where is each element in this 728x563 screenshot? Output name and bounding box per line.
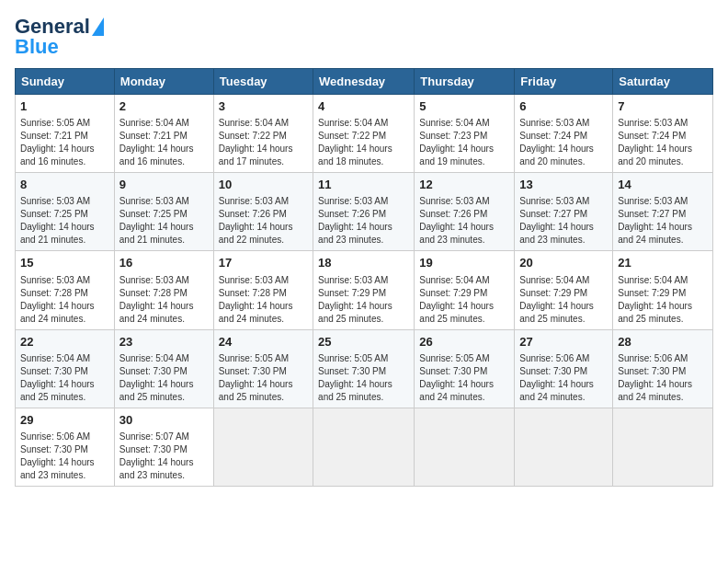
day-info: Sunrise: 5:06 AMSunset: 7:30 PMDaylight:… xyxy=(618,353,692,402)
day-number: 14 xyxy=(618,177,708,193)
day-info: Sunrise: 5:04 AMSunset: 7:29 PMDaylight:… xyxy=(618,275,692,324)
day-number: 16 xyxy=(119,255,209,271)
calendar-cell: 18Sunrise: 5:03 AMSunset: 7:29 PMDayligh… xyxy=(313,251,415,329)
calendar-cell: 24Sunrise: 5:05 AMSunset: 7:30 PMDayligh… xyxy=(213,329,313,408)
day-number: 8 xyxy=(20,177,109,193)
header-sunday: Sunday xyxy=(16,69,115,95)
calendar-cell: 29Sunrise: 5:06 AMSunset: 7:30 PMDayligh… xyxy=(16,408,115,486)
day-info: Sunrise: 5:04 AMSunset: 7:22 PMDaylight:… xyxy=(219,118,293,167)
day-number: 24 xyxy=(219,334,308,350)
day-info: Sunrise: 5:04 AMSunset: 7:21 PMDaylight:… xyxy=(119,118,194,167)
calendar-cell: 6Sunrise: 5:03 AMSunset: 7:24 PMDaylight… xyxy=(515,95,613,173)
day-number: 27 xyxy=(519,334,608,350)
day-number: 19 xyxy=(419,255,509,271)
calendar-cell xyxy=(613,408,713,486)
calendar-cell: 7Sunrise: 5:03 AMSunset: 7:24 PMDaylight… xyxy=(613,95,713,173)
calendar-cell: 3Sunrise: 5:04 AMSunset: 7:22 PMDaylight… xyxy=(213,95,313,173)
calendar-cell: 14Sunrise: 5:03 AMSunset: 7:27 PMDayligh… xyxy=(613,173,713,251)
day-info: Sunrise: 5:03 AMSunset: 7:26 PMDaylight:… xyxy=(318,196,392,245)
day-number: 6 xyxy=(519,98,608,115)
day-number: 20 xyxy=(519,255,608,271)
calendar-cell: 2Sunrise: 5:04 AMSunset: 7:21 PMDaylight… xyxy=(114,95,213,173)
day-info: Sunrise: 5:03 AMSunset: 7:28 PMDaylight:… xyxy=(219,275,293,324)
calendar-cell: 10Sunrise: 5:03 AMSunset: 7:26 PMDayligh… xyxy=(213,173,313,251)
day-number: 15 xyxy=(20,255,109,271)
day-number: 7 xyxy=(618,98,708,115)
calendar-cell: 13Sunrise: 5:03 AMSunset: 7:27 PMDayligh… xyxy=(515,173,613,251)
calendar-cell xyxy=(213,408,313,486)
header-thursday: Thursday xyxy=(415,69,515,95)
calendar-week-row: 22Sunrise: 5:04 AMSunset: 7:30 PMDayligh… xyxy=(16,329,713,408)
day-info: Sunrise: 5:06 AMSunset: 7:30 PMDaylight:… xyxy=(20,431,95,480)
header-friday: Friday xyxy=(515,69,613,95)
calendar-cell: 21Sunrise: 5:04 AMSunset: 7:29 PMDayligh… xyxy=(613,251,713,329)
calendar-cell xyxy=(415,408,515,486)
day-number: 12 xyxy=(419,177,509,193)
calendar-cell: 19Sunrise: 5:04 AMSunset: 7:29 PMDayligh… xyxy=(415,251,515,329)
calendar-header-row: SundayMondayTuesdayWednesdayThursdayFrid… xyxy=(16,69,713,95)
calendar-cell: 12Sunrise: 5:03 AMSunset: 7:26 PMDayligh… xyxy=(415,173,515,251)
calendar-cell: 26Sunrise: 5:05 AMSunset: 7:30 PMDayligh… xyxy=(415,329,515,408)
day-number: 2 xyxy=(119,98,209,115)
day-number: 13 xyxy=(519,177,608,193)
day-number: 26 xyxy=(419,334,509,350)
day-number: 22 xyxy=(20,334,109,350)
day-info: Sunrise: 5:03 AMSunset: 7:24 PMDaylight:… xyxy=(519,118,594,167)
day-info: Sunrise: 5:03 AMSunset: 7:24 PMDaylight:… xyxy=(618,118,692,167)
calendar-week-row: 1Sunrise: 5:05 AMSunset: 7:21 PMDaylight… xyxy=(16,95,713,173)
calendar-week-row: 29Sunrise: 5:06 AMSunset: 7:30 PMDayligh… xyxy=(16,408,713,486)
calendar-cell xyxy=(515,408,613,486)
day-info: Sunrise: 5:03 AMSunset: 7:28 PMDaylight:… xyxy=(119,275,194,324)
day-number: 18 xyxy=(318,255,409,271)
header-tuesday: Tuesday xyxy=(213,69,313,95)
calendar-cell: 4Sunrise: 5:04 AMSunset: 7:22 PMDaylight… xyxy=(313,95,415,173)
day-number: 5 xyxy=(419,98,509,115)
day-info: Sunrise: 5:04 AMSunset: 7:23 PMDaylight:… xyxy=(419,118,494,167)
day-number: 23 xyxy=(119,334,209,350)
day-info: Sunrise: 5:05 AMSunset: 7:21 PMDaylight:… xyxy=(20,118,95,167)
day-number: 30 xyxy=(119,412,209,429)
calendar-table: SundayMondayTuesdayWednesdayThursdayFrid… xyxy=(15,68,713,487)
day-info: Sunrise: 5:04 AMSunset: 7:30 PMDaylight:… xyxy=(119,353,194,402)
day-number: 29 xyxy=(20,412,109,429)
day-number: 10 xyxy=(219,177,308,193)
day-number: 17 xyxy=(219,255,308,271)
calendar-cell: 11Sunrise: 5:03 AMSunset: 7:26 PMDayligh… xyxy=(313,173,415,251)
day-number: 9 xyxy=(119,177,209,193)
day-info: Sunrise: 5:03 AMSunset: 7:25 PMDaylight:… xyxy=(20,196,95,245)
header-monday: Monday xyxy=(114,69,213,95)
calendar-cell: 1Sunrise: 5:05 AMSunset: 7:21 PMDaylight… xyxy=(16,95,115,173)
day-info: Sunrise: 5:07 AMSunset: 7:30 PMDaylight:… xyxy=(119,431,194,480)
day-info: Sunrise: 5:05 AMSunset: 7:30 PMDaylight:… xyxy=(318,353,392,402)
calendar-cell: 5Sunrise: 5:04 AMSunset: 7:23 PMDaylight… xyxy=(415,95,515,173)
header-wednesday: Wednesday xyxy=(313,69,415,95)
calendar-cell: 22Sunrise: 5:04 AMSunset: 7:30 PMDayligh… xyxy=(16,329,115,408)
header-saturday: Saturday xyxy=(613,69,713,95)
calendar-cell: 17Sunrise: 5:03 AMSunset: 7:28 PMDayligh… xyxy=(213,251,313,329)
calendar-week-row: 8Sunrise: 5:03 AMSunset: 7:25 PMDaylight… xyxy=(16,173,713,251)
calendar-cell: 20Sunrise: 5:04 AMSunset: 7:29 PMDayligh… xyxy=(515,251,613,329)
calendar-cell: 25Sunrise: 5:05 AMSunset: 7:30 PMDayligh… xyxy=(313,329,415,408)
calendar-cell: 15Sunrise: 5:03 AMSunset: 7:28 PMDayligh… xyxy=(16,251,115,329)
day-number: 28 xyxy=(618,334,708,350)
calendar-week-row: 15Sunrise: 5:03 AMSunset: 7:28 PMDayligh… xyxy=(16,251,713,329)
day-number: 21 xyxy=(618,255,708,271)
day-info: Sunrise: 5:05 AMSunset: 7:30 PMDaylight:… xyxy=(219,353,293,402)
day-info: Sunrise: 5:04 AMSunset: 7:30 PMDaylight:… xyxy=(20,353,95,402)
day-number: 3 xyxy=(219,98,308,115)
day-info: Sunrise: 5:03 AMSunset: 7:29 PMDaylight:… xyxy=(318,275,392,324)
day-number: 4 xyxy=(318,98,409,115)
day-info: Sunrise: 5:03 AMSunset: 7:25 PMDaylight:… xyxy=(119,196,194,245)
day-info: Sunrise: 5:03 AMSunset: 7:26 PMDaylight:… xyxy=(419,196,494,245)
calendar-cell xyxy=(313,408,415,486)
calendar-cell: 28Sunrise: 5:06 AMSunset: 7:30 PMDayligh… xyxy=(613,329,713,408)
day-info: Sunrise: 5:03 AMSunset: 7:26 PMDaylight:… xyxy=(219,196,293,245)
calendar-cell: 30Sunrise: 5:07 AMSunset: 7:30 PMDayligh… xyxy=(114,408,213,486)
day-number: 25 xyxy=(318,334,409,350)
day-info: Sunrise: 5:04 AMSunset: 7:22 PMDaylight:… xyxy=(318,118,392,167)
day-info: Sunrise: 5:04 AMSunset: 7:29 PMDaylight:… xyxy=(519,275,594,324)
logo: General Blue xyxy=(15,15,104,59)
calendar-cell: 27Sunrise: 5:06 AMSunset: 7:30 PMDayligh… xyxy=(515,329,613,408)
day-info: Sunrise: 5:03 AMSunset: 7:27 PMDaylight:… xyxy=(519,196,594,245)
day-number: 1 xyxy=(20,98,109,115)
